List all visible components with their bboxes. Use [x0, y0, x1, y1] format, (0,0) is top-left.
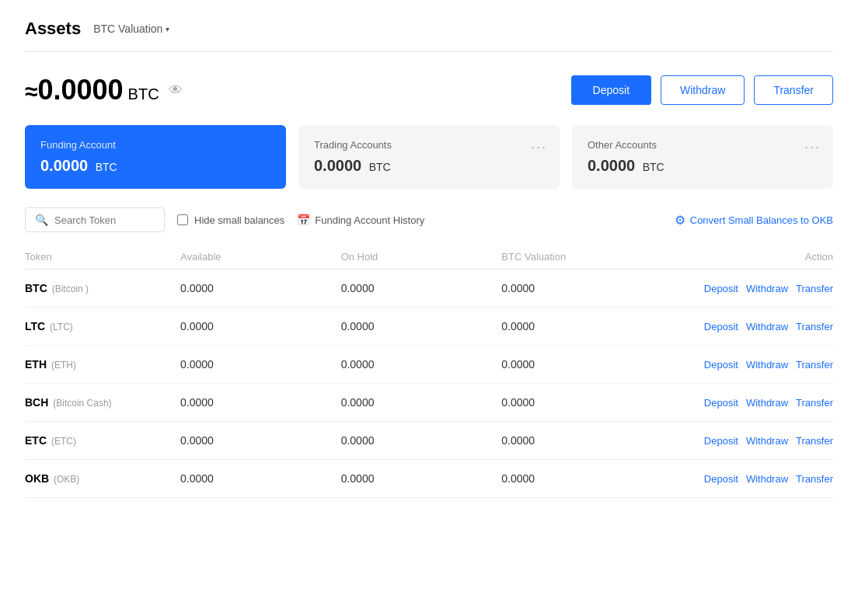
token-sub: (ETH)	[51, 360, 76, 371]
col-btc-val: BTC Valuation	[501, 251, 662, 263]
row-actions: Deposit Withdraw Transfer	[662, 473, 833, 485]
funding-account-balance: 0.0000 BTC	[40, 157, 270, 175]
row-actions: Deposit Withdraw Transfer	[662, 283, 833, 294]
funding-account-label: Funding Account	[40, 139, 270, 151]
row-deposit-link[interactable]: Deposit	[704, 359, 738, 371]
row-deposit-link[interactable]: Deposit	[704, 283, 738, 294]
token-cell: LTC (LTC)	[25, 320, 180, 332]
search-input[interactable]	[54, 214, 155, 226]
btc-valuation-value: 0.0000	[501, 358, 662, 371]
valuation-label: BTC Valuation	[93, 23, 162, 35]
table-row: OKB (OKB) 0.0000 0.0000 0.0000 Deposit W…	[25, 460, 833, 498]
on-hold-value: 0.0000	[341, 282, 502, 294]
row-withdraw-link[interactable]: Withdraw	[746, 359, 788, 371]
row-withdraw-link[interactable]: Withdraw	[746, 321, 788, 332]
table-row: ETH (ETH) 0.0000 0.0000 0.0000 Deposit W…	[25, 346, 833, 384]
hide-small-balances-label[interactable]: Hide small balances	[177, 214, 284, 226]
btc-valuation-value: 0.0000	[501, 320, 662, 332]
balance-unit: BTC	[128, 85, 159, 103]
balance-amount: 0.0000	[37, 74, 123, 106]
hide-small-balances-checkbox[interactable]	[177, 214, 188, 225]
available-value: 0.0000	[180, 282, 341, 294]
history-label: Funding Account History	[315, 214, 424, 226]
convert-balances-btn[interactable]: ⚙ Convert Small Balances to OKB	[675, 213, 833, 228]
transfer-button[interactable]: Transfer	[754, 75, 833, 105]
withdraw-button[interactable]: Withdraw	[661, 75, 745, 105]
trading-account-balance: 0.0000 BTC	[314, 157, 544, 175]
available-value: 0.0000	[180, 472, 341, 485]
on-hold-value: 0.0000	[341, 358, 502, 371]
other-account-dots[interactable]: ···	[804, 139, 821, 155]
row-actions: Deposit Withdraw Transfer	[662, 321, 833, 332]
token-cell: ETC (ETC)	[25, 434, 180, 447]
row-transfer-link[interactable]: Transfer	[796, 283, 833, 294]
row-actions: Deposit Withdraw Transfer	[662, 359, 833, 371]
table-row: BTC (Bitcoin ) 0.0000 0.0000 0.0000 Depo…	[25, 270, 833, 308]
funding-account-history-btn[interactable]: 📅 Funding Account History	[297, 214, 424, 226]
available-value: 0.0000	[180, 320, 341, 332]
token-cell: BTC (Bitcoin )	[25, 282, 180, 294]
convert-label: Convert Small Balances to OKB	[690, 214, 833, 226]
trading-account-dots[interactable]: ···	[531, 139, 547, 155]
col-token: Token	[25, 251, 180, 263]
row-deposit-link[interactable]: Deposit	[704, 397, 738, 409]
on-hold-value: 0.0000	[341, 320, 502, 332]
row-actions: Deposit Withdraw Transfer	[662, 435, 833, 447]
row-transfer-link[interactable]: Transfer	[796, 321, 833, 332]
convert-icon: ⚙	[675, 213, 685, 228]
table-row: BCH (Bitcoin Cash) 0.0000 0.0000 0.0000 …	[25, 384, 833, 422]
token-sub: (LTC)	[50, 322, 73, 332]
token-sub: (Bitcoin Cash)	[53, 398, 111, 409]
row-transfer-link[interactable]: Transfer	[796, 435, 833, 447]
row-deposit-link[interactable]: Deposit	[704, 435, 738, 447]
row-withdraw-link[interactable]: Withdraw	[746, 397, 788, 409]
token-cell: OKB (OKB)	[25, 472, 180, 485]
col-on-hold: On Hold	[341, 251, 502, 263]
table-row: LTC (LTC) 0.0000 0.0000 0.0000 Deposit W…	[25, 308, 833, 346]
row-transfer-link[interactable]: Transfer	[796, 359, 833, 371]
row-transfer-link[interactable]: Transfer	[796, 397, 833, 409]
btc-valuation-value: 0.0000	[501, 434, 662, 447]
row-transfer-link[interactable]: Transfer	[796, 473, 833, 485]
hide-small-balances-text: Hide small balances	[194, 214, 284, 226]
token-sub: (ETC)	[51, 436, 76, 447]
funding-account-card[interactable]: Funding Account 0.0000 BTC	[25, 125, 286, 189]
col-action: Action	[662, 251, 833, 263]
token-name: LTC	[25, 320, 45, 332]
token-cell: ETH (ETH)	[25, 358, 180, 371]
table-row: ETC (ETC) 0.0000 0.0000 0.0000 Deposit W…	[25, 422, 833, 460]
table-body: BTC (Bitcoin ) 0.0000 0.0000 0.0000 Depo…	[25, 270, 833, 498]
other-account-label: Other Accounts	[588, 139, 818, 151]
token-name: ETC	[25, 434, 47, 447]
eye-icon[interactable]: 👁	[169, 82, 183, 99]
total-balance-display: ≈0.0000BTC	[25, 74, 159, 106]
search-box[interactable]: 🔍	[25, 207, 165, 232]
available-value: 0.0000	[180, 396, 341, 409]
page-title: Assets	[25, 19, 81, 39]
token-name: ETH	[25, 358, 47, 371]
accounts-row: Funding Account 0.0000 BTC Trading Accou…	[25, 125, 833, 189]
trading-account-label: Trading Accounts	[314, 139, 544, 151]
search-icon: 🔍	[35, 214, 48, 226]
other-account-card[interactable]: Other Accounts 0.0000 BTC ···	[572, 125, 833, 189]
token-sub: (Bitcoin )	[52, 284, 89, 294]
on-hold-value: 0.0000	[341, 434, 502, 447]
available-value: 0.0000	[180, 434, 341, 447]
other-account-balance: 0.0000 BTC	[588, 157, 818, 175]
row-deposit-link[interactable]: Deposit	[704, 473, 738, 485]
row-withdraw-link[interactable]: Withdraw	[746, 473, 788, 485]
row-withdraw-link[interactable]: Withdraw	[746, 283, 788, 294]
toolbar: 🔍 Hide small balances 📅 Funding Account …	[25, 207, 833, 232]
token-name: BTC	[25, 282, 47, 294]
token-cell: BCH (Bitcoin Cash)	[25, 396, 180, 409]
btc-valuation-value: 0.0000	[501, 472, 662, 485]
deposit-button[interactable]: Deposit	[571, 75, 651, 105]
row-deposit-link[interactable]: Deposit	[704, 321, 738, 332]
btc-valuation-dropdown[interactable]: BTC Valuation ▾	[93, 23, 169, 35]
table-header: Token Available On Hold BTC Valuation Ac…	[25, 245, 833, 270]
col-available: Available	[180, 251, 341, 263]
on-hold-value: 0.0000	[341, 396, 502, 409]
token-name: OKB	[25, 472, 49, 485]
trading-account-card[interactable]: Trading Accounts 0.0000 BTC ···	[298, 125, 560, 189]
row-withdraw-link[interactable]: Withdraw	[746, 435, 788, 447]
